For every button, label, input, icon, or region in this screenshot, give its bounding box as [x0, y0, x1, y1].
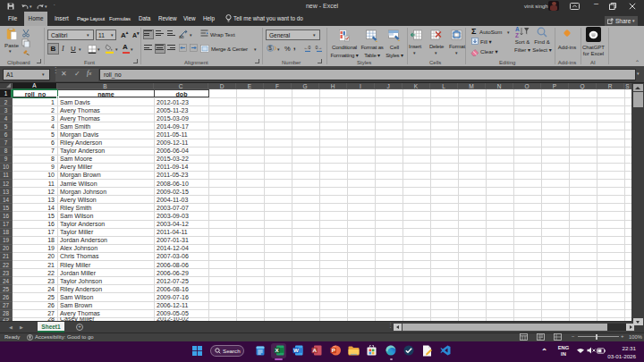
svg-text:P: P	[332, 347, 335, 353]
svg-text:A: A	[313, 347, 318, 353]
svg-text:$: $	[268, 45, 272, 51]
svg-text:Z: Z	[515, 32, 519, 38]
svg-text:0→: 0→	[316, 45, 323, 50]
svg-text:ab: ab	[179, 34, 184, 39]
svg-text:←0: ←0	[304, 45, 311, 50]
svg-text:W: W	[293, 347, 299, 353]
